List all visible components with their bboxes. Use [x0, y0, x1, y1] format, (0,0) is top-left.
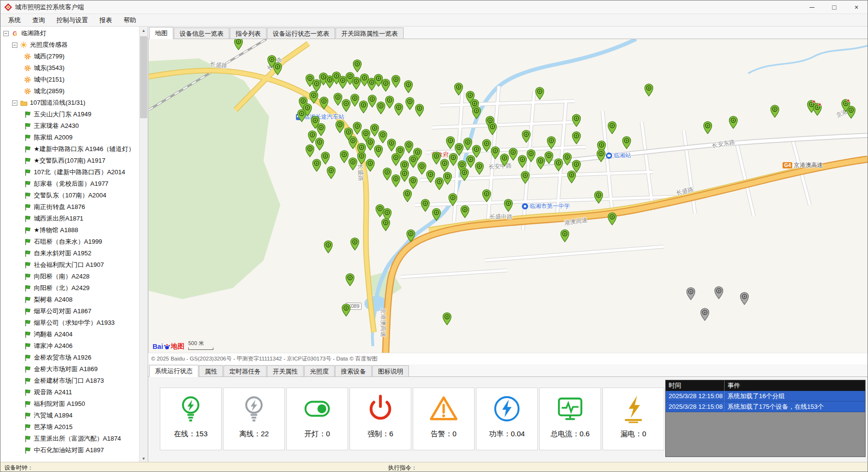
tree-device-11[interactable]: 石咀桥（自来水）A1999	[0, 236, 139, 248]
device-pin[interactable]	[348, 157, 357, 170]
tree-root[interactable]: −G临湘路灯	[0, 28, 139, 39]
device-pin[interactable]	[234, 39, 243, 50]
device-pin[interactable]	[455, 143, 464, 156]
device-pin[interactable]	[368, 95, 377, 108]
tree-device-1[interactable]: 王家珑巷 A2430	[0, 120, 139, 132]
device-pin[interactable]	[421, 199, 430, 212]
device-pin[interactable]	[381, 218, 391, 231]
event-log-row[interactable]: 2025/3/28 12:15:08系统加载了16个分组	[666, 391, 865, 402]
panel-tab-2[interactable]: 定时器任务	[224, 365, 266, 376]
device-pin[interactable]	[324, 240, 333, 253]
device-pin[interactable]	[394, 103, 404, 116]
tree-group-sensors[interactable]: −光照度传感器	[0, 39, 139, 51]
device-pin[interactable]	[405, 97, 414, 110]
panel-tab-6[interactable]: 图标说明	[372, 365, 409, 376]
map-view[interactable]: 长白路长盛路临湘长途汽车站市政府长安中路临湘站长安东路京港线G4京港澳高速长盛路…	[148, 39, 868, 353]
panel-tab-1[interactable]: 属性	[199, 365, 223, 376]
device-pin[interactable]	[454, 83, 463, 96]
device-pin[interactable]	[333, 93, 342, 106]
panel-tab-4[interactable]: 光照度	[304, 365, 335, 376]
device-pin[interactable]	[417, 162, 426, 175]
device-pin[interactable]	[442, 312, 451, 325]
device-pin[interactable]	[359, 100, 368, 113]
device-pin[interactable]	[463, 138, 473, 151]
device-pin[interactable]	[770, 105, 779, 118]
device-pin[interactable]	[342, 99, 351, 112]
device-pin[interactable]	[404, 80, 413, 93]
device-pin[interactable]	[350, 237, 360, 250]
device-pin[interactable]	[546, 136, 556, 149]
device-pin[interactable]	[400, 169, 409, 182]
tree-device-0[interactable]: 五尖山大门东 A1949	[0, 109, 139, 120]
alarm-device-pin[interactable]	[841, 99, 851, 112]
device-pin[interactable]	[545, 151, 554, 164]
alarm-device-pin[interactable]	[812, 103, 822, 116]
tree-device-21[interactable]: 金桥农贸市场 A1926	[0, 352, 139, 363]
device-pin[interactable]	[521, 130, 531, 143]
offline-device-pin[interactable]	[700, 308, 710, 321]
device-pin[interactable]	[345, 273, 354, 286]
device-pin[interactable]	[500, 153, 509, 167]
device-pin[interactable]	[482, 139, 491, 152]
tree-device-6[interactable]: 彭家巷（党校后面）A1977	[0, 178, 139, 190]
device-pin[interactable]	[472, 106, 481, 119]
device-pin[interactable]	[527, 149, 536, 162]
tree-device-12[interactable]: 自来水斜对面 A1952	[0, 248, 139, 259]
menu-item-4[interactable]: 帮助	[118, 14, 142, 26]
device-pin[interactable]	[321, 152, 330, 165]
device-pin[interactable]	[448, 193, 457, 206]
device-pin[interactable]	[594, 191, 603, 204]
device-pin[interactable]	[312, 159, 322, 172]
device-pin[interactable]	[432, 152, 441, 165]
device-pin[interactable]	[728, 116, 738, 129]
device-pin[interactable]	[644, 83, 654, 97]
tree-device-27[interactable]: 芭茅塘 A2015	[0, 421, 139, 433]
scroll-up-icon[interactable]: ▲	[140, 27, 148, 35]
device-pin[interactable]	[315, 138, 324, 151]
device-pin[interactable]	[415, 104, 424, 117]
menu-item-0[interactable]: 系统	[2, 14, 27, 26]
collapse-icon[interactable]: −	[12, 100, 17, 106]
tree-device-3[interactable]: ★建新中路路口东 A1946（辅道灯）	[0, 143, 139, 155]
menu-item-2[interactable]: 控制与设置	[51, 14, 94, 26]
device-pin[interactable]	[305, 144, 314, 157]
device-pin[interactable]	[383, 167, 392, 180]
device-pin[interactable]	[536, 156, 545, 169]
device-pin[interactable]	[562, 153, 572, 166]
tree-group-devices[interactable]: −107国道沿线(31/31)	[0, 97, 139, 109]
device-pin[interactable]	[443, 172, 452, 185]
device-pin[interactable]	[403, 189, 412, 202]
device-pin[interactable]	[472, 145, 481, 158]
scroll-thumb[interactable]	[140, 36, 147, 118]
device-pin[interactable]	[357, 152, 366, 165]
device-pin[interactable]	[490, 146, 500, 159]
device-pin[interactable]	[535, 87, 545, 100]
device-pin[interactable]	[432, 208, 441, 221]
device-pin[interactable]	[374, 145, 383, 158]
panel-tab-5[interactable]: 搜索设备	[335, 365, 372, 376]
offline-device-pin[interactable]	[740, 292, 749, 305]
device-pin[interactable]	[461, 205, 470, 218]
device-pin[interactable]	[342, 304, 351, 317]
tree-device-7[interactable]: 交警队东（107南）A2004	[0, 190, 139, 201]
tree-device-15[interactable]: 向阳桥（北）A2429	[0, 282, 139, 294]
device-pin[interactable]	[365, 138, 375, 151]
device-pin[interactable]	[309, 91, 319, 104]
offline-device-pin[interactable]	[714, 286, 723, 299]
maximize-button[interactable]: □	[823, 0, 845, 14]
device-pin[interactable]	[273, 62, 282, 75]
device-pin[interactable]	[560, 229, 570, 242]
tree-sensor-0[interactable]: 城西(2799)	[0, 51, 139, 62]
tree-device-29[interactable]: 中石化加油站对面 A1897	[0, 444, 139, 456]
map-tab-0[interactable]: 地图	[149, 27, 173, 39]
device-pin[interactable]	[352, 59, 362, 72]
device-pin[interactable]	[385, 96, 394, 109]
tree-device-16[interactable]: 梨树巷 A2408	[0, 294, 139, 305]
tree-device-8[interactable]: 南正街转盘 A1876	[0, 201, 139, 213]
tree-device-19[interactable]: 鸿翻巷 A2404	[0, 329, 139, 340]
menu-item-3[interactable]: 报表	[94, 14, 118, 26]
tree-device-17[interactable]: 烟草公司对面 A1867	[0, 305, 139, 317]
device-pin[interactable]	[392, 174, 401, 187]
device-pin[interactable]	[608, 212, 617, 225]
device-pin[interactable]	[488, 122, 497, 135]
